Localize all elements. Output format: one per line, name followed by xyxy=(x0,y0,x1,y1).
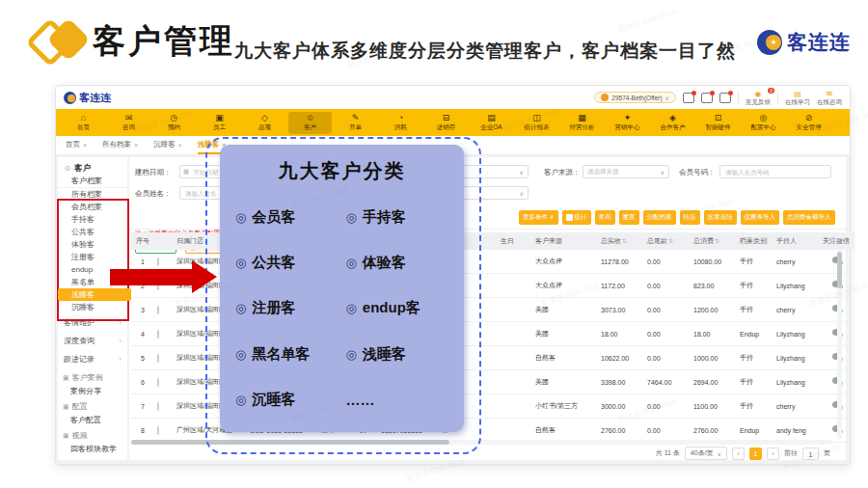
slide: 客户管理 九大客户体系多维度分层分类管理客户，客户档案一目了然 客连连 客连连 … xyxy=(0,0,868,488)
sidebar-item-浅睡客[interactable]: 浅睡客 xyxy=(58,288,131,301)
nav-item-8[interactable]: ◔消耗 xyxy=(379,112,422,134)
nav-item-15[interactable]: ⊡智能硬件 xyxy=(696,112,740,134)
chat-notification-icon-2[interactable] xyxy=(701,93,713,103)
nav-item-6[interactable]: ☺客户 xyxy=(288,112,332,134)
col-header-1 xyxy=(154,232,174,250)
重置-button[interactable]: 重置 xyxy=(619,210,639,225)
sidebar-item-注册客[interactable]: 注册客 xyxy=(58,251,127,263)
sidebar-subitem-客户配置[interactable]: 客户配置 xyxy=(58,414,127,426)
chat-notification-icon-1[interactable] xyxy=(683,93,694,103)
classification-overlay: 九大客户分类 ◎会员客◎手持客◎公共客◎体验客◎注册客◎endup客◎黑名单客◎… xyxy=(220,145,464,432)
分配档案-button[interactable]: 分配档案 xyxy=(643,210,676,225)
prev-page-button[interactable]: ‹ xyxy=(732,447,745,460)
sidebar-subitem-案例分享[interactable]: 案例分享 xyxy=(58,385,127,397)
sidebar-item-label: 客情维护 xyxy=(64,318,95,327)
nav-item-3[interactable]: ◷预约 xyxy=(152,112,196,134)
sidebar-section-视频: ▣视频 xyxy=(58,428,127,443)
nav-item-1[interactable]: ⌂首页 xyxy=(62,112,105,134)
nav-item-2[interactable]: ✉咨询 xyxy=(107,112,150,134)
nav-item-7[interactable]: ✎开单 xyxy=(334,112,377,134)
col-header-总消费: 总消费⇅ xyxy=(691,232,737,250)
sidebar-item-会员档案[interactable]: 会员档案 xyxy=(58,201,127,213)
section-icon: ▣ xyxy=(63,403,69,411)
hscroll-thumb[interactable] xyxy=(131,440,449,445)
next-page-button[interactable]: › xyxy=(767,447,779,460)
member-number-input[interactable] xyxy=(719,165,831,178)
nav-item-14[interactable]: ◈合作客户 xyxy=(651,112,694,134)
user-menu[interactable]: 29574-Beth(Offer) ∨ xyxy=(594,92,676,103)
tab-2[interactable]: 所有档案× xyxy=(102,140,138,154)
member-number-field[interactable] xyxy=(723,168,827,176)
row-checkbox[interactable] xyxy=(157,426,159,435)
row-checkbox[interactable] xyxy=(157,354,159,363)
feedback-button[interactable]: ◉ 0 意见反馈 xyxy=(746,91,771,105)
online-consult-button[interactable]: ✉ 在线咨询 xyxy=(817,91,842,105)
转店-button[interactable]: 转店 xyxy=(680,210,700,225)
nav-label: 企业OA xyxy=(480,123,502,132)
row-checkbox[interactable] xyxy=(157,258,159,266)
sidebar-expand-跟进记录[interactable]: 跟进记录 xyxy=(58,350,127,368)
sort-icon[interactable]: ⇅ xyxy=(668,238,673,244)
page-size-select[interactable]: 40条/页 ∨ xyxy=(685,447,727,460)
stat-checkbox-group[interactable]: 统计 xyxy=(562,210,591,225)
sidebar-group-客户档案[interactable]: 客户档案 xyxy=(58,175,127,188)
sidebar-expand-深度查询[interactable]: 深度查询 xyxy=(58,332,127,350)
sort-icon[interactable]: ⇅ xyxy=(715,238,719,244)
sidebar-item-所有档案[interactable]: 所有档案 xyxy=(58,188,127,201)
sidebar-item-label: 注册客 xyxy=(71,253,95,261)
总消费金额导入-button[interactable]: 总消费金额导入 xyxy=(783,210,835,225)
nav-item-10[interactable]: ▤企业OA xyxy=(470,112,513,134)
stat-checkbox[interactable] xyxy=(566,214,573,221)
cell-holder: Lilyzhang xyxy=(773,274,820,298)
sidebar-item-体验客[interactable]: 体验客 xyxy=(58,238,127,251)
overlay-item-黑名单客: ◎黑名单客 xyxy=(235,332,346,377)
nav-item-9[interactable]: ⊟进销存 xyxy=(424,112,468,134)
nav-item-11[interactable]: ◫统计报表 xyxy=(515,112,558,134)
vertical-scrollbar[interactable] xyxy=(837,250,842,439)
close-icon[interactable]: × xyxy=(178,142,182,149)
row-checkbox[interactable] xyxy=(157,402,159,411)
sidebar-expand-客情维护[interactable]: 客情维护 xyxy=(58,313,127,332)
nav-item-16[interactable]: ◎配置中心 xyxy=(742,112,785,134)
goto-page-input[interactable]: 1 xyxy=(802,447,819,460)
chevron-down-icon: ∨ xyxy=(520,190,524,197)
mail-notification-icon[interactable] xyxy=(719,93,731,103)
tab-label: 首页 xyxy=(66,140,80,149)
nav-item-4[interactable]: ▣员工 xyxy=(198,112,241,134)
nav-item-13[interactable]: ✦营销中心 xyxy=(606,112,649,134)
row-checkbox[interactable] xyxy=(157,378,159,387)
tab-3[interactable]: 沉睡客× xyxy=(153,140,182,154)
source-select[interactable]: 请选择来源 ∨ xyxy=(583,165,669,178)
nav-item-17[interactable]: ⊘安全管理 xyxy=(787,112,830,134)
vscroll-thumb[interactable] xyxy=(837,252,842,288)
row-checkbox[interactable] xyxy=(157,306,159,314)
sidebar-item-label: 视频 xyxy=(72,430,88,441)
row-checkbox[interactable] xyxy=(157,330,159,339)
bullet-icon: ◎ xyxy=(235,393,246,407)
consult-label: 在线咨询 xyxy=(817,98,842,105)
watermark-text: 客连连 Beth 2616 xyxy=(617,7,678,36)
sidebar-subitem-回客模块教学[interactable]: 回客模块教学 xyxy=(58,443,127,455)
nav-item-5[interactable]: ◇品项 xyxy=(243,112,286,134)
sidebar-item-公共客[interactable]: 公共客 xyxy=(58,226,127,238)
批量冻结-button[interactable]: 批量冻结 xyxy=(704,210,737,225)
more-conditions-button[interactable]: 更多条件 ∨ xyxy=(519,210,558,225)
nav-item-12[interactable]: ▦经营分析 xyxy=(560,112,604,134)
nav-icon: ◈ xyxy=(669,114,676,122)
feedback-icon: ◉ xyxy=(755,91,762,97)
sidebar-item-label: endup xyxy=(71,265,93,274)
查询-button[interactable]: 查询 xyxy=(595,210,615,225)
sort-icon[interactable]: ⇅ xyxy=(622,238,627,244)
nav-icon: ✉ xyxy=(125,114,133,122)
online-learning-button[interactable]: ▤ 在线学习 xyxy=(785,91,810,105)
cell-birthday xyxy=(498,346,532,370)
cell-checkbox xyxy=(154,322,174,346)
current-page[interactable]: 1 xyxy=(749,447,762,460)
horizontal-scrollbar[interactable] xyxy=(131,440,832,445)
close-icon[interactable]: × xyxy=(134,142,138,149)
sidebar-item-手持客[interactable]: 手持客 xyxy=(58,213,127,226)
close-icon[interactable]: × xyxy=(83,142,87,149)
tab-1[interactable]: 首页× xyxy=(66,140,87,154)
sidebar-item-沉睡客[interactable]: 沉睡客 xyxy=(58,301,127,313)
优惠券导入-button[interactable]: 优惠券导入 xyxy=(741,210,780,225)
